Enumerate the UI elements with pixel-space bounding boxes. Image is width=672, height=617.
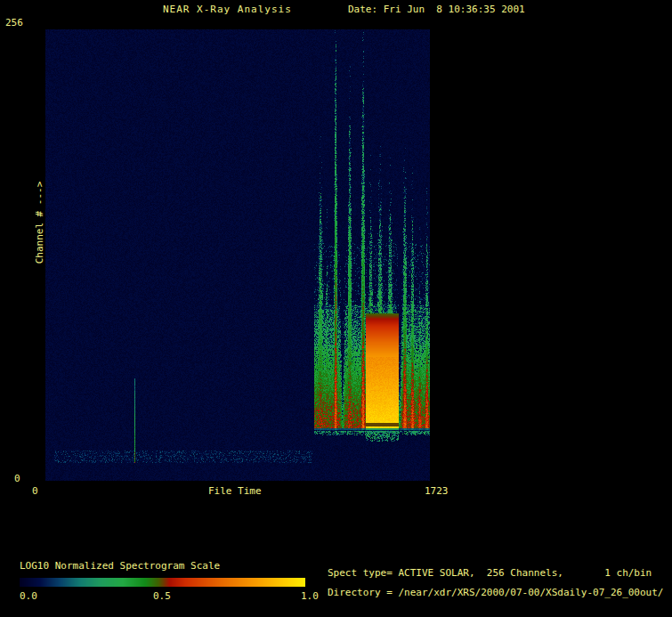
y-axis-min-label: 0: [14, 473, 20, 484]
y-axis-title: Channel # --->: [34, 182, 45, 264]
near-xray-analysis-window: NEAR X-Ray Analysis Date: Fri Jun 8 10:3…: [0, 0, 672, 617]
colorbar-tick-high: 1.0: [301, 590, 319, 602]
spect-type-line: Spect type= ACTIVE SOLAR, 256 Channels, …: [328, 567, 652, 579]
page-title: NEAR X-Ray Analysis: [163, 4, 292, 15]
colorbar-tick-low: 0.0: [20, 590, 37, 602]
x-axis-min-label: 0: [32, 485, 38, 497]
y-axis-max-label: 256: [5, 17, 23, 28]
x-axis-max-label: 1723: [425, 485, 449, 497]
spectrogram-plot: [45, 29, 430, 481]
date-label: Date: Fri Jun 8 10:36:35 2001: [348, 4, 525, 15]
directory-line: Directory = /near/xdr/XRS/2000/07-00/XSd…: [328, 587, 664, 598]
colorbar-gradient: [20, 578, 305, 587]
colorbar-tick-mid: 0.5: [153, 590, 171, 602]
x-axis-title: File Time: [208, 485, 262, 497]
colorbar-label: LOG10 Normalized Spectrogram Scale: [20, 560, 220, 572]
